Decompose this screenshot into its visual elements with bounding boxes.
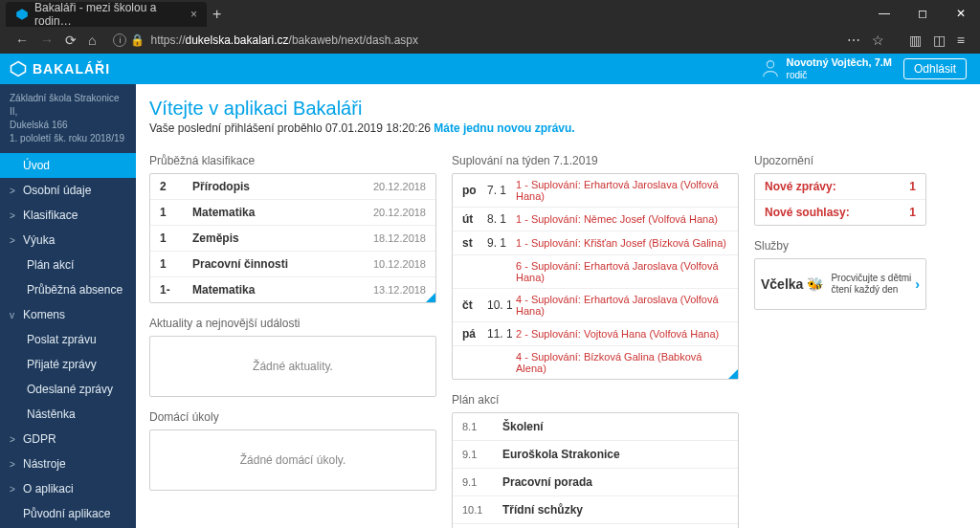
brand-text: BAKALÁŘI <box>33 61 110 77</box>
plan-row[interactable]: 9.1Pracovní porada <box>453 469 738 496</box>
grade-subject: Matematika <box>192 206 357 219</box>
school-term: 1. pololetí šk. roku 2018/19 <box>10 132 126 145</box>
grade-row[interactable]: 1Pracovní činnosti10.12.2018 <box>150 252 435 277</box>
plan-panel: 8.1Školení9.1Euroškola Strakonice9.1Prac… <box>452 412 739 528</box>
address-bar[interactable]: i 🔒 https://dukelska.bakalari.cz/bakaweb… <box>113 33 829 47</box>
plan-title: Plán akcí <box>452 393 739 407</box>
school-address: Dukelská 166 <box>10 119 126 132</box>
sidebar-item[interactable]: Úvod <box>0 153 136 178</box>
sidebar-item[interactable]: >GDPR <box>0 427 136 451</box>
plan-row[interactable]: 10.1Třídní schůzky <box>453 496 738 524</box>
grade-subject: Matematika <box>192 283 357 297</box>
grade-mark: 1 <box>160 257 192 271</box>
grade-row[interactable]: 1Zeměpis18.12.2018 <box>150 226 435 252</box>
subst-row[interactable]: čt10. 14 - Suplování: Erhartová Jaroslav… <box>453 289 738 322</box>
sidebar-item[interactable]: Původní aplikace <box>0 501 136 526</box>
more-icon[interactable]: ⋯ <box>847 33 860 48</box>
reload-icon[interactable]: ⟳ <box>65 33 77 48</box>
notif-count: 1 <box>909 180 916 193</box>
notif-label: Nové souhlasy: <box>765 206 850 219</box>
sidebar-item[interactable]: >Osobní údaje <box>0 178 136 203</box>
subst-row[interactable]: út8. 11 - Suplování: Němec Josef (Volfov… <box>453 208 738 231</box>
hw-empty: Žádné domácí úkoly. <box>150 430 435 490</box>
app-logo[interactable]: BAKALÁŘI <box>10 60 110 77</box>
bookmark-icon[interactable]: ☆ <box>872 33 884 48</box>
window-maximize[interactable]: ◻ <box>903 0 942 27</box>
subst-text: 2 - Suplování: Vojtová Hana (Volfová Han… <box>516 328 728 340</box>
sidebar-item[interactable]: Nástěnka <box>0 402 136 427</box>
notif-count: 1 <box>909 206 916 219</box>
sidebar-item[interactable]: >O aplikaci <box>0 476 136 501</box>
last-login-text: Vaše poslední přihlášení proběhlo 07.01.… <box>149 121 434 135</box>
notif-row[interactable]: Nové souhlasy:1 <box>755 200 925 225</box>
subst-row[interactable]: st9. 11 - Suplování: Křišťan Josef (Bízk… <box>453 231 738 255</box>
sidebar-item[interactable]: >Nástroje <box>0 451 136 476</box>
subst-row[interactable]: pá11. 12 - Suplování: Vojtová Hana (Volf… <box>453 322 738 346</box>
logout-button[interactable]: Odhlásit <box>903 58 967 79</box>
bee-icon: 🐝 <box>807 276 823 292</box>
grade-mark: 2 <box>160 180 192 193</box>
sidebar-item-label: Původní aplikace <box>23 507 110 520</box>
subst-day: čt <box>462 298 487 312</box>
sidebar-item-label: Poslat zprávu <box>27 333 97 346</box>
notif-panel: Nové zprávy:1Nové souhlasy:1 <box>754 173 926 226</box>
notif-label: Nové zprávy: <box>765 180 836 193</box>
subst-row[interactable]: 4 - Suplování: Bízková Galina (Babková A… <box>453 346 738 379</box>
subst-day: po <box>462 184 487 197</box>
sidebar-icon[interactable]: ◫ <box>933 33 946 48</box>
close-icon[interactable]: × <box>190 8 197 21</box>
subst-row[interactable]: 6 - Suplování: Erhartová Jaroslava (Volf… <box>453 255 738 289</box>
grade-row[interactable]: 2Přírodopis20.12.2018 <box>150 174 435 200</box>
chevron-icon: > <box>10 434 23 445</box>
plan-text: Školení <box>502 420 728 433</box>
chevron-icon: > <box>10 210 23 221</box>
sidebar: Základní škola Strakonice II, Dukelská 1… <box>0 84 136 528</box>
sidebar-item-label: Plán akcí <box>27 258 74 272</box>
sidebar-item[interactable]: Plán akcí <box>0 253 136 277</box>
school-name: Základní škola Strakonice II, <box>10 92 126 119</box>
chevron-right-icon[interactable]: › <box>915 276 920 292</box>
new-tab-button[interactable]: + <box>212 6 221 23</box>
home-icon[interactable]: ⌂ <box>88 33 96 48</box>
window-close[interactable]: ✕ <box>942 0 980 27</box>
expand-corner-icon[interactable] <box>426 293 435 302</box>
sidebar-item-label: Klasifikace <box>23 209 78 222</box>
sidebar-item[interactable]: Přijaté zprávy <box>0 352 136 377</box>
page-title: Vítejte v aplikaci Bakaláři <box>149 98 967 120</box>
grade-mark: 1 <box>160 231 192 245</box>
forward-icon: → <box>40 33 54 48</box>
notif-title: Upozornění <box>754 154 926 167</box>
subst-day: pá <box>462 327 487 341</box>
subst-row[interactable]: po7. 11 - Suplování: Erhartová Jaroslava… <box>453 174 738 208</box>
new-message-link[interactable]: Máte jednu novou zprávu. <box>434 121 574 135</box>
service-vcelka[interactable]: Včelka 🐝 Procvičujte s dětmi čtení každý… <box>754 258 926 310</box>
browser-tab[interactable]: Bakaláři - mezi školou a rodin… × <box>6 2 207 27</box>
sidebar-item[interactable]: Odeslané zprávy <box>0 377 136 402</box>
site-info-icon[interactable]: i <box>113 33 126 47</box>
subst-date: 10. 1 <box>487 298 516 312</box>
sidebar-item[interactable]: >Výuka <box>0 228 136 253</box>
sidebar-item-label: GDPR <box>23 432 56 446</box>
url-host: dukelska.bakalari.cz <box>186 33 289 47</box>
sidebar-item-label: Nástěnka <box>27 407 76 421</box>
grade-row[interactable]: 1Matematika20.12.2018 <box>150 200 435 226</box>
library-icon[interactable]: ▥ <box>909 33 922 48</box>
back-icon[interactable]: ← <box>15 33 29 48</box>
grade-row[interactable]: 1-Matematika13.12.2018 <box>150 277 435 302</box>
menu-icon[interactable]: ≡ <box>957 33 965 48</box>
subst-text: 1 - Suplování: Křišťan Josef (Bízková Ga… <box>516 237 728 249</box>
plan-row[interactable]: 8.1Školení <box>453 413 738 441</box>
sidebar-item[interactable]: vKomens <box>0 302 136 327</box>
plan-row[interactable]: 9.1Euroškola Strakonice <box>453 441 738 469</box>
sidebar-item[interactable]: Poslat zprávu <box>0 327 136 352</box>
user-name: Novotný Vojtěch, 7.M <box>787 56 892 69</box>
expand-corner-icon[interactable] <box>728 369 738 379</box>
window-minimize[interactable]: — <box>865 0 903 27</box>
sidebar-item-label: Přijaté zprávy <box>27 358 97 371</box>
sidebar-item[interactable]: Průběžná absence <box>0 277 136 302</box>
favicon-icon <box>15 8 29 21</box>
subst-date: 11. 1 <box>487 327 516 341</box>
plan-row[interactable]: 11.1Euroškola Strakonice <box>453 524 738 528</box>
sidebar-item[interactable]: >Klasifikace <box>0 203 136 228</box>
notif-row[interactable]: Nové zprávy:1 <box>755 174 925 200</box>
